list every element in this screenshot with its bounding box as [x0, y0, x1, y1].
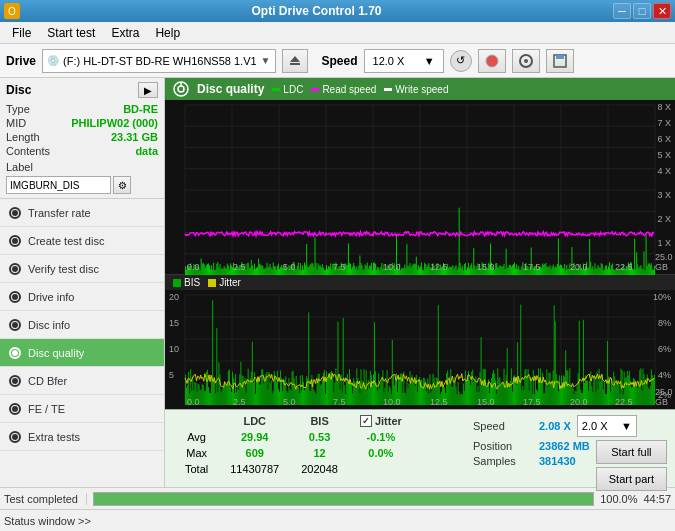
- svg-marker-0: [290, 56, 300, 62]
- speed-row: Speed 2.08 X 2.0 X ▼: [473, 415, 637, 437]
- th-jitter-check: ✓ Jitter: [350, 414, 412, 428]
- position-value: 23862 MB: [539, 440, 590, 452]
- mid-value: PHILIPW02 (000): [71, 117, 158, 129]
- max-jitter-value: 0.0%: [350, 446, 412, 460]
- nav-cd-bfer[interactable]: CD Bfer: [0, 367, 164, 395]
- status-text: Test completed: [4, 493, 87, 505]
- status-window-button[interactable]: Status window >>: [4, 515, 91, 527]
- disc-label-input[interactable]: [6, 176, 111, 194]
- drivebar: Drive 💿 (F:) HL-DT-ST BD-RE WH16NS58 1.V…: [0, 44, 675, 78]
- stats-avg-row: Avg 29.94 0.53 -0.1%: [175, 430, 412, 444]
- speed-stat-value: 2.08 X: [539, 420, 571, 432]
- speed-selector[interactable]: 12.0 X ▼: [364, 49, 444, 73]
- write-speed-color: [384, 88, 392, 91]
- svg-rect-6: [556, 55, 564, 59]
- stats-total-row: Total 11430787 202048: [175, 462, 412, 476]
- samples-value: 381430: [539, 455, 576, 467]
- extra-tests-icon: [8, 430, 22, 444]
- total-ldc-value: 11430787: [220, 462, 289, 476]
- disc-info-icon: [8, 318, 22, 332]
- titlebar: O Opti Drive Control 1.70 ─ □ ✕: [0, 0, 675, 22]
- nav-create-test-disc[interactable]: Create test disc: [0, 227, 164, 255]
- speed-stat-dropdown[interactable]: 2.0 X ▼: [577, 415, 637, 437]
- menu-help[interactable]: Help: [147, 24, 188, 42]
- max-ldc-value: 609: [220, 446, 289, 460]
- stats-area: LDC BIS ✓ Jitter Avg 29.94 0.53: [165, 409, 675, 487]
- maximize-button[interactable]: □: [633, 3, 651, 19]
- nav-drive-info[interactable]: Drive info: [0, 283, 164, 311]
- create-test-disc-icon: [8, 234, 22, 248]
- left-panel: Disc ▶ Type BD-RE MID PHILIPW02 (000) Le…: [0, 78, 165, 487]
- drive-dropdown-icon: ▼: [261, 55, 271, 66]
- speed-value: 12.0 X: [373, 55, 420, 67]
- nav-fe-te[interactable]: FE / TE: [0, 395, 164, 423]
- legend-ldc: LDC: [272, 84, 303, 95]
- legend-read-speed: Read speed: [311, 84, 376, 95]
- menu-file[interactable]: File: [4, 24, 39, 42]
- disc-label-btn[interactable]: ⚙: [113, 176, 131, 194]
- minimize-button[interactable]: ─: [613, 3, 631, 19]
- stats-buttons-position: Position 23862 MB Samples 381430 Start f…: [473, 440, 667, 491]
- speed-dropdown-icon: ▼: [424, 55, 435, 67]
- th-ldc: LDC: [220, 414, 289, 428]
- start-full-button[interactable]: Start full: [596, 440, 667, 464]
- nav-transfer-rate[interactable]: Transfer rate: [0, 199, 164, 227]
- erase-button[interactable]: [478, 49, 506, 73]
- disc-button[interactable]: [512, 49, 540, 73]
- disc-section: Disc ▶ Type BD-RE MID PHILIPW02 (000) Le…: [0, 78, 164, 199]
- verify-test-disc-icon: [8, 262, 22, 276]
- menu-start-test[interactable]: Start test: [39, 24, 103, 42]
- start-part-button[interactable]: Start part: [596, 467, 667, 491]
- action-buttons: Start full Start part: [596, 440, 667, 491]
- app-title: Opti Drive Control 1.70: [20, 4, 613, 18]
- progress-fill: [94, 493, 593, 505]
- chart-bottom: 10% 8% 6% 4% 2% 20 15 10 5 0.0 2.5 5.0 7…: [165, 290, 675, 409]
- nav-items: Transfer rate Create test disc Verify te…: [0, 199, 164, 451]
- svg-rect-1: [290, 63, 300, 65]
- disc-section-title: Disc: [6, 83, 31, 97]
- nav-extra-tests[interactable]: Extra tests: [0, 423, 164, 451]
- menubar: File Start test Extra Help: [0, 22, 675, 44]
- jitter-checkbox-container: ✓ Jitter: [360, 415, 402, 427]
- save-button[interactable]: [546, 49, 574, 73]
- drive-eject-button[interactable]: [282, 49, 308, 73]
- jitter-checkbox[interactable]: ✓: [360, 415, 372, 427]
- disc-label-label: Label: [6, 161, 33, 173]
- th-jitter-label: Jitter: [375, 415, 402, 427]
- progress-bar-container: [93, 492, 594, 506]
- disc-nav-button[interactable]: ▶: [138, 82, 158, 98]
- total-label: Total: [175, 462, 218, 476]
- legend-read-speed-label: Read speed: [322, 84, 376, 95]
- ldc-chart-canvas: [165, 100, 675, 285]
- eject-icon: [288, 54, 302, 68]
- stats-table: LDC BIS ✓ Jitter Avg 29.94 0.53: [173, 412, 414, 478]
- speed-stat-label: Speed: [473, 420, 533, 432]
- main-layout: Disc ▶ Type BD-RE MID PHILIPW02 (000) Le…: [0, 78, 675, 487]
- nav-disc-quality[interactable]: Disc quality: [0, 339, 164, 367]
- avg-bis-value: 0.53: [291, 430, 348, 444]
- status-window-bar: Status window >>: [0, 509, 675, 531]
- position-row: Position 23862 MB: [473, 440, 590, 452]
- length-value: 23.31 GB: [111, 131, 158, 143]
- svg-point-9: [178, 86, 184, 92]
- max-label: Max: [175, 446, 218, 460]
- close-button[interactable]: ✕: [653, 3, 671, 19]
- type-label: Type: [6, 103, 30, 115]
- stats-max-row: Max 609 12 0.0%: [175, 446, 412, 460]
- total-bis-value: 202048: [291, 462, 348, 476]
- fe-te-icon: [8, 402, 22, 416]
- refresh-button[interactable]: ↺: [450, 50, 472, 72]
- max-bis-value: 12: [291, 446, 348, 460]
- erase-icon: [484, 53, 500, 69]
- cd-bfer-icon: [8, 374, 22, 388]
- legend-write-speed: Write speed: [384, 84, 448, 95]
- contents-value: data: [135, 145, 158, 157]
- nav-disc-info[interactable]: Disc info: [0, 311, 164, 339]
- th-empty: [175, 414, 218, 428]
- position-samples: Position 23862 MB Samples 381430: [473, 440, 590, 467]
- menu-extra[interactable]: Extra: [103, 24, 147, 42]
- legend-write-speed-label: Write speed: [395, 84, 448, 95]
- chart-header: Disc quality LDC Read speed Write speed: [165, 78, 675, 100]
- nav-verify-test-disc[interactable]: Verify test disc: [0, 255, 164, 283]
- drive-selector[interactable]: 💿 (F:) HL-DT-ST BD-RE WH16NS58 1.V1 ▼: [42, 49, 275, 73]
